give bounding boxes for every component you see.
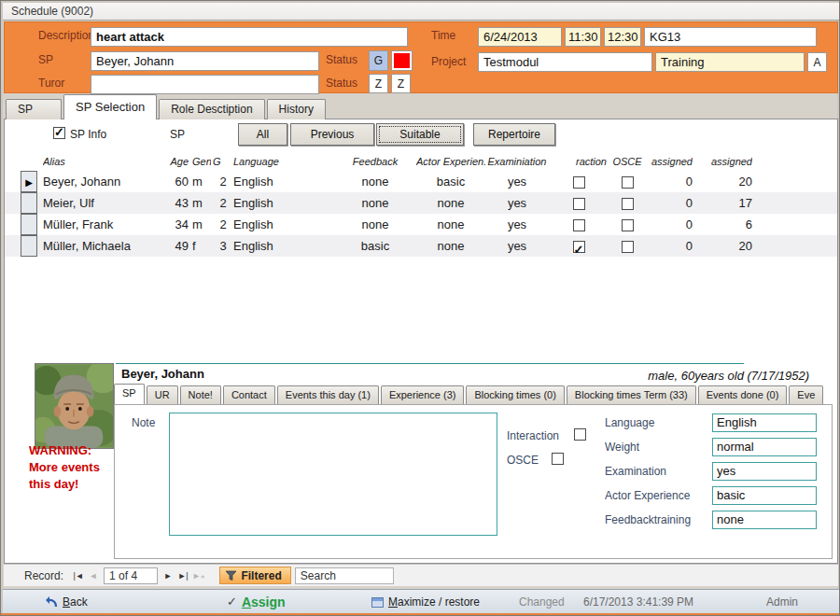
detail-tab-contact[interactable]: Contact: [223, 385, 275, 404]
start-time-field[interactable]: 11:30: [565, 27, 601, 47]
cell-assigned-total[interactable]: 6: [700, 214, 752, 235]
cell-assigned[interactable]: 0: [635, 192, 693, 214]
cell-gender[interactable]: f: [192, 235, 211, 257]
project-flag-box[interactable]: A: [807, 52, 827, 72]
sp-info-checkbox[interactable]: [53, 127, 65, 139]
tab-role-description[interactable]: Role Desctiption: [159, 99, 264, 119]
assign-button[interactable]: ✓ Assign: [227, 590, 286, 614]
cell-language[interactable]: English: [233, 214, 336, 235]
search-input[interactable]: Search: [295, 567, 394, 584]
previous-record-button[interactable]: ◄: [86, 571, 101, 581]
cell-alias[interactable]: Beyer, Johann: [43, 171, 164, 192]
cell-feedback[interactable]: none: [336, 171, 414, 192]
last-record-button[interactable]: ►|: [175, 571, 190, 581]
cell-actor-experience[interactable]: none: [416, 192, 485, 214]
cell-language[interactable]: English: [233, 192, 336, 214]
header-interaction[interactable]: raction: [551, 153, 607, 171]
project-name-field[interactable]: Testmodul: [478, 52, 652, 72]
header-actor-experience[interactable]: Actor Experien.: [416, 153, 485, 171]
detail-tab-ur[interactable]: UR: [147, 385, 178, 404]
cell-feedback[interactable]: none: [336, 214, 414, 235]
cell-g[interactable]: 2: [213, 171, 233, 192]
examination-field[interactable]: yes: [712, 462, 817, 481]
detail-interaction-checkbox[interactable]: [574, 428, 586, 441]
end-time-field[interactable]: 12:30: [604, 27, 641, 47]
cell-actor-experience[interactable]: basic: [416, 171, 485, 192]
tab-history[interactable]: History: [267, 99, 326, 119]
detail-tab-sp[interactable]: SP: [114, 384, 145, 404]
cell-gender[interactable]: m: [192, 192, 211, 214]
row-selector[interactable]: [21, 235, 37, 257]
cell-assigned[interactable]: 0: [635, 214, 693, 235]
detail-tab-events-clipped[interactable]: Eve: [789, 385, 823, 404]
detail-tab-blocking-times-term[interactable]: Blocking times Term (33): [567, 385, 696, 404]
osce-checkbox[interactable]: [622, 219, 634, 231]
previous-button[interactable]: Previous: [290, 123, 374, 146]
cell-alias[interactable]: Müller, Michaela: [43, 235, 164, 257]
cell-language[interactable]: English: [233, 235, 336, 257]
detail-osce-checkbox[interactable]: [552, 453, 564, 465]
cell-examination[interactable]: yes: [487, 171, 547, 192]
osce-checkbox[interactable]: [622, 198, 634, 210]
filtered-button[interactable]: Filtered: [219, 567, 290, 584]
osce-checkbox[interactable]: [622, 241, 634, 253]
header-g[interactable]: G: [213, 153, 233, 171]
project-type-field[interactable]: Training: [655, 52, 805, 72]
cell-feedback[interactable]: basic: [336, 235, 414, 257]
cell-language[interactable]: English: [233, 171, 336, 192]
header-assigned[interactable]: assigned: [635, 153, 693, 171]
header-gender[interactable]: Genc: [192, 153, 211, 171]
cell-examination[interactable]: yes: [487, 192, 547, 214]
cell-examination[interactable]: yes: [487, 214, 547, 235]
header-language[interactable]: Language: [233, 153, 336, 171]
cell-actor-experience[interactable]: none: [416, 214, 485, 235]
table-row[interactable]: Müller, Frank 34 m 2 English none none y…: [5, 214, 837, 235]
first-record-button[interactable]: |◄: [71, 571, 86, 581]
header-age[interactable]: Age: [164, 153, 189, 171]
date-field[interactable]: 6/24/2013: [478, 27, 562, 47]
row-selector[interactable]: [21, 192, 37, 214]
interaction-checkbox[interactable]: [573, 198, 585, 210]
detail-tab-events-this-day[interactable]: Events this day (1): [277, 385, 379, 404]
note-textarea[interactable]: [169, 413, 497, 536]
next-record-button[interactable]: ►: [161, 571, 175, 581]
cell-examination[interactable]: yes: [487, 235, 547, 257]
table-row[interactable]: Beyer, Johann 60 m 2 English none basic …: [5, 171, 837, 192]
header-examination[interactable]: Examiniation: [487, 153, 547, 171]
cell-actor-experience[interactable]: none: [416, 235, 485, 257]
cell-alias[interactable]: Meier, Ulf: [43, 192, 164, 214]
cell-assigned[interactable]: 0: [635, 171, 693, 192]
cell-assigned-total[interactable]: 20: [700, 235, 752, 257]
cell-age[interactable]: 49: [164, 235, 189, 257]
feedbacktraining-field[interactable]: none: [712, 511, 817, 529]
header-assigned-total[interactable]: assigned: [700, 153, 752, 171]
detail-tab-events-done[interactable]: Events done (0): [698, 385, 788, 404]
cell-assigned-total[interactable]: 20: [700, 171, 752, 192]
cell-g[interactable]: 2: [213, 192, 233, 214]
back-button[interactable]: Back: [45, 590, 88, 614]
description-field[interactable]: heart attack: [91, 27, 408, 47]
detail-tab-blocking-times[interactable]: Blocking times (0): [466, 385, 564, 404]
maximize-restore-button[interactable]: Maximize / restore: [371, 590, 480, 614]
table-row[interactable]: Müller, Michaela 49 f 3 English basic no…: [5, 235, 837, 257]
row-selector[interactable]: [21, 171, 37, 192]
osce-checkbox[interactable]: [622, 176, 634, 189]
room-field[interactable]: KG13: [644, 27, 817, 47]
status-red-box[interactable]: [391, 50, 413, 71]
all-button[interactable]: All: [238, 123, 287, 146]
detail-tab-experience[interactable]: Experience (3): [381, 385, 465, 404]
cell-assigned-total[interactable]: 17: [700, 192, 752, 214]
sp-field[interactable]: Beyer, Johann: [91, 51, 319, 71]
status-z1-box[interactable]: Z: [369, 74, 388, 93]
cell-assigned[interactable]: 0: [635, 235, 693, 257]
status-z2-box[interactable]: Z: [391, 74, 411, 93]
table-row[interactable]: Meier, Ulf 43 m 2 English none none yes …: [5, 192, 837, 214]
weight-field[interactable]: normal: [712, 438, 817, 456]
cell-gender[interactable]: m: [192, 171, 211, 192]
status-g-box[interactable]: G: [369, 50, 388, 71]
new-record-button[interactable]: ►⁎: [190, 571, 206, 581]
interaction-checkbox[interactable]: [573, 219, 585, 231]
cell-age[interactable]: 60: [164, 171, 189, 192]
cell-alias[interactable]: Müller, Frank: [43, 214, 164, 235]
suitable-button[interactable]: Suitable: [376, 123, 464, 146]
